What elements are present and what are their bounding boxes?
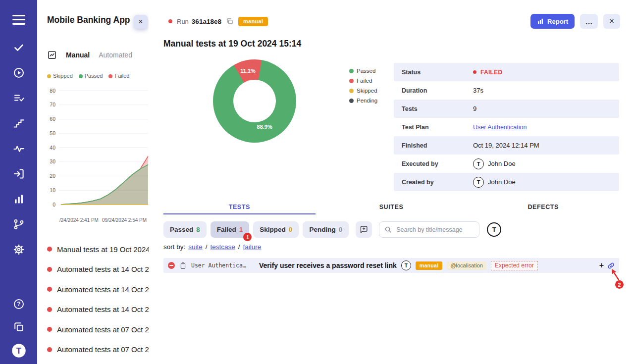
search-input[interactable] [395, 226, 474, 234]
svg-text:70: 70 [50, 102, 55, 107]
info-row-created-by: Created by TJohn Doe [394, 173, 619, 191]
report-button[interactable]: Report [530, 14, 575, 29]
filter-failed-button[interactable]: Failed1 1 [211, 221, 250, 238]
info-row-finished: Finished Oct 19, 2024 12:14 PM [394, 136, 619, 155]
run-list-item[interactable]: Automated tests at 14 Oct 2024 [47, 260, 149, 280]
passed-percent-label: 88.9% [257, 124, 272, 130]
sort-by-failure[interactable]: failure [243, 243, 262, 251]
tab-tests[interactable]: TESTS [163, 200, 316, 214]
run-list-item[interactable]: Manual tests at 19 Oct 2024 [47, 239, 149, 260]
menu-icon[interactable] [12, 12, 25, 27]
sort-row: sort by: suite/ testcase/ failure [163, 243, 261, 251]
assignee-avatar-filter[interactable]: T [487, 222, 501, 237]
info-row-status: Status FAILED [394, 63, 619, 81]
avatar: T [473, 158, 484, 169]
branch-icon[interactable] [13, 218, 25, 230]
legend-item-skipped: Skipped [47, 73, 73, 79]
report-chart-icon [537, 18, 544, 25]
donut-legend: Passed Failed Skipped Pending [349, 68, 377, 104]
run-status-dot [168, 19, 172, 23]
status-value: FAILED [480, 69, 502, 76]
run-list-icon[interactable] [13, 92, 25, 104]
annotation-step-2: 2 [615, 280, 624, 289]
run-label: Run [177, 18, 189, 25]
run-header: Run 361a18e8 manual Report … × [168, 13, 620, 29]
more-button[interactable]: … [580, 14, 598, 29]
tab-automated[interactable]: Automated [99, 51, 132, 59]
comment-plus-icon [360, 225, 368, 234]
svg-text:10: 10 [50, 187, 55, 193]
failed-run-dot [47, 247, 52, 252]
sign-in-icon[interactable] [13, 168, 25, 180]
annotation-step-1: 1 [243, 233, 252, 241]
test-plan-link[interactable]: User Authentication [473, 124, 527, 131]
search-icon [384, 226, 392, 233]
svg-text:40: 40 [50, 145, 55, 151]
run-info-table: Status FAILED Duration 37s Tests 9 Test … [394, 63, 619, 191]
activity-icon[interactable] [13, 143, 25, 155]
legend-item-passed: Passed [349, 68, 377, 74]
add-icon[interactable]: + [599, 261, 604, 269]
legend-item-failed: Failed [349, 78, 377, 84]
info-row-executed-by: Executed by TJohn Doe [394, 155, 619, 173]
passed-dot [79, 74, 83, 78]
copy-docs-icon[interactable] [13, 321, 25, 333]
run-list-item[interactable]: Automated tests at 14 Oct 2024 [47, 279, 149, 300]
steps-icon[interactable] [13, 117, 25, 129]
check-icon[interactable] [13, 42, 25, 53]
avatar: T [401, 260, 411, 270]
help-icon[interactable]: ? [13, 298, 25, 310]
project-panel: Mobile Banking App × Manual Automated Sk… [37, 0, 149, 364]
bar-chart-icon[interactable] [13, 193, 25, 205]
legend-item-skipped: Skipped [349, 88, 377, 94]
result-tabs: TESTS SUITES DEFECTS [163, 200, 619, 214]
trend-area-chart: 80706050403020100/24/2024 2:41 PM09/24/2… [37, 83, 149, 227]
run-list-item[interactable]: Automated tests at 07 Oct 2024 [47, 340, 149, 360]
close-run-button[interactable]: × [603, 14, 620, 29]
app-sidebar: ? T [0, 0, 37, 364]
filter-pending-button[interactable]: Pending0 [303, 221, 349, 238]
info-row-test-plan: Test Plan User Authentication [394, 118, 619, 136]
play-circle-icon[interactable] [13, 67, 25, 79]
run-id: 361a18e8 [192, 18, 221, 25]
error-chip[interactable]: Expected error [491, 261, 538, 270]
run-list-item[interactable]: Automated tests at 14 Oct 2024 [47, 300, 149, 320]
failed-percent-label: 11.1% [240, 68, 256, 74]
info-row-duration: Duration 37s [394, 81, 619, 100]
failed-run-dot [47, 307, 52, 312]
test-row[interactable]: User Authentica… Verify user receives a … [163, 258, 619, 273]
legend-item-failed: Failed [108, 73, 129, 79]
failed-dot [108, 74, 112, 78]
sort-by-suite[interactable]: suite [188, 243, 203, 251]
tab-suites[interactable]: SUITES [316, 200, 468, 214]
test-type-badge: manual [416, 261, 443, 270]
svg-text:50: 50 [50, 130, 55, 136]
search-box [379, 221, 479, 238]
page-title: Manual tests at 19 Oct 2024 15:14 [163, 39, 301, 49]
failed-dot [349, 79, 354, 83]
gear-icon[interactable] [13, 244, 25, 256]
failed-status-icon [168, 262, 175, 269]
info-row-tests: Tests 9 [394, 100, 619, 118]
svg-text:80: 80 [50, 88, 55, 94]
svg-text:09/24/2024 2:54 PM: 09/24/2024 2:54 PM [102, 217, 147, 223]
svg-text:/24/2024 2:41 PM: /24/2024 2:41 PM [59, 217, 99, 223]
filter-skipped-button[interactable]: Skipped0 [253, 221, 299, 238]
add-comment-button[interactable] [356, 221, 372, 238]
test-title[interactable]: Verify user receives a password reset li… [259, 261, 397, 269]
legend-item-pending: Pending [349, 98, 377, 104]
copy-icon[interactable] [226, 17, 234, 25]
filter-passed-button[interactable]: Passed8 [163, 221, 207, 238]
test-tag[interactable]: @localisation [447, 261, 486, 270]
tab-manual[interactable]: Manual [66, 51, 90, 59]
run-list-item[interactable]: Automated tests at 07 Oct 2024 [47, 319, 149, 340]
sort-by-testcase[interactable]: testcase [211, 243, 235, 251]
suite-name[interactable]: User Authentica… [191, 262, 255, 269]
tab-defects[interactable]: DEFECTS [467, 200, 619, 214]
failed-run-dot [47, 347, 52, 352]
failed-run-dot [47, 287, 52, 292]
svg-text:?: ? [17, 301, 20, 308]
panel-close-button[interactable]: × [134, 15, 148, 29]
status-dot [473, 70, 476, 74]
app-logo-icon[interactable]: T [11, 343, 26, 358]
